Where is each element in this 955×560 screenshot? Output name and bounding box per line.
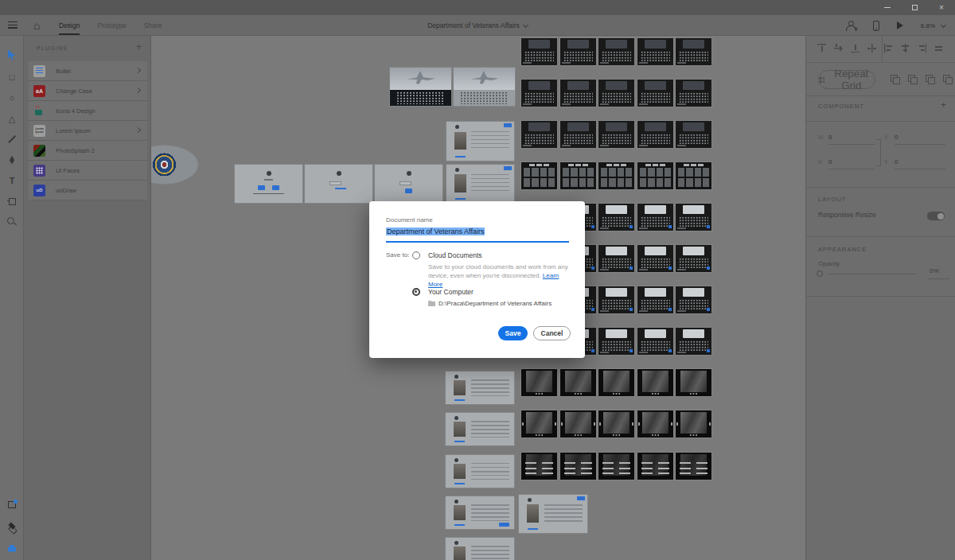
artboard-thumbnail[interactable] [560,162,596,189]
text-tool[interactable]: T [0,172,24,189]
artboard-thumbnail[interactable] [676,162,711,189]
artboard-thumbnail[interactable] [637,38,673,65]
home-icon[interactable]: ⌂ [33,18,40,33]
invite-icon[interactable]: + [846,21,856,30]
artboard-thumbnail[interactable] [446,371,514,404]
artboard-thumbnail[interactable] [521,369,557,396]
zoom-indicator[interactable]: 6.8% [921,22,945,29]
artboard-thumbnail[interactable] [676,410,711,438]
align-middle-icon[interactable] [834,44,843,52]
pen-tool[interactable] [0,151,24,169]
artboard-thumbnail[interactable] [446,122,514,161]
align-vertical-center-icon[interactable] [867,44,876,52]
align-right-icon[interactable] [918,44,926,52]
add-component-button[interactable]: + [941,99,946,111]
artboard-thumbnail[interactable] [521,80,557,107]
ellipse-tool[interactable]: ○ [0,89,24,107]
artboard-thumbnail[interactable] [637,162,673,189]
artboard-thumbnail[interactable] [446,165,514,203]
artboard-thumbnail[interactable] [637,245,673,272]
y-field[interactable]: 0 [895,158,898,165]
minimize-button[interactable] [874,0,901,15]
responsive-resize-toggle[interactable] [927,212,945,220]
artboard-thumbnail[interactable] [637,204,673,231]
play-icon[interactable] [897,21,903,29]
distribute-icon[interactable] [934,44,943,52]
artboard-thumbnail[interactable] [305,165,372,203]
artboard-thumbnail[interactable] [521,121,557,148]
align-top-icon[interactable] [817,44,826,52]
artboard-thumbnail[interactable] [676,204,711,231]
polygon-tool[interactable]: △ [0,110,24,127]
plugin-item-photosplash[interactable]: PhotoSplash 2 [29,141,147,161]
artboard-thumbnail[interactable] [446,496,514,529]
tab-share[interactable]: Share [144,15,162,36]
plugin-item-ui-faces[interactable]: UI Faces [29,161,147,181]
artboard-thumbnail[interactable] [560,80,596,107]
artboard-thumbnail[interactable] [519,495,587,533]
radio-your-computer[interactable] [412,288,420,296]
device-preview-icon[interactable] [873,21,879,31]
artboard-thumbnail[interactable] [676,369,711,396]
repeat-grid-button[interactable]: Repeat Grid [818,70,875,89]
artboard-thumbnail[interactable] [446,538,514,560]
artboard-thumbnail[interactable] [560,453,596,480]
select-tool[interactable] [0,46,24,64]
x-field[interactable]: 0 [895,134,898,141]
artboard-thumbnail[interactable] [235,165,302,203]
artboard-thumbnail[interactable] [454,68,515,106]
plugin-item-bullet[interactable]: Bullet [29,61,147,81]
tab-design[interactable]: Design [59,15,80,36]
artboard-thumbnail[interactable] [637,328,673,355]
plugin-item-lorem-ipsum[interactable]: Lorem Ipsum Lorem Ipsum [29,121,147,141]
artboard-tool[interactable] [0,192,24,210]
artboard-thumbnail[interactable] [676,453,711,480]
artboard-thumbnail[interactable] [598,286,634,313]
artboard-thumbnail[interactable] [637,121,673,148]
your-computer-label[interactable]: Your Computer [428,288,474,296]
artboard-thumbnail[interactable] [676,286,711,313]
artboard-thumbnail[interactable] [521,38,557,65]
align-bottom-icon[interactable] [851,44,860,52]
artboard-thumbnail[interactable] [637,80,673,107]
artboard-thumbnail[interactable] [598,410,634,438]
cancel-button[interactable]: Cancel [533,326,571,340]
plugins-panel-button[interactable] [0,496,24,513]
lock-aspect-ratio-icon[interactable] [876,139,881,166]
artboard-thumbnail[interactable] [390,68,451,106]
artboard-thumbnail[interactable] [521,453,557,480]
artboard-thumbnail[interactable] [637,286,673,313]
artboard-thumbnail[interactable] [598,38,634,65]
artboard-thumbnail[interactable] [151,146,198,184]
boolean-intersect-icon[interactable] [926,75,935,84]
artboard-thumbnail[interactable] [676,328,711,355]
tab-prototype[interactable]: Prototype [97,15,126,36]
artboard-thumbnail[interactable] [560,38,596,65]
artboard-thumbnail[interactable] [598,162,634,189]
document-name-input[interactable]: Department of Veterans Affairs [386,228,569,238]
align-center-icon[interactable] [901,44,910,52]
opacity-value[interactable]: 0% [930,267,939,274]
align-left-icon[interactable] [884,44,893,52]
zoom-tool[interactable] [0,213,24,231]
artboard-thumbnail[interactable] [560,410,596,438]
boolean-subtract-icon[interactable] [908,75,918,84]
cloud-documents-label[interactable]: Cloud Documents [428,251,482,259]
artboard-thumbnail[interactable] [637,453,673,480]
save-button[interactable]: Save [498,326,528,340]
close-button[interactable]: × [928,0,955,15]
artboard-thumbnail[interactable] [598,80,634,107]
artboard-thumbnail[interactable] [521,162,557,189]
artboard-thumbnail[interactable] [676,121,711,148]
artboard-thumbnail[interactable] [598,453,634,480]
boolean-add-icon[interactable] [891,75,900,84]
artboard-thumbnail[interactable] [637,369,673,396]
artboard-thumbnail[interactable] [676,80,711,107]
opacity-slider-track[interactable] [828,274,917,274]
width-field[interactable]: 0 [828,134,832,141]
assets-panel-button[interactable] [0,539,24,557]
boolean-exclude-icon[interactable] [943,75,953,84]
opacity-slider-knob[interactable] [817,270,823,277]
artboard-thumbnail[interactable] [521,410,557,438]
artboard-thumbnail[interactable] [598,121,634,148]
